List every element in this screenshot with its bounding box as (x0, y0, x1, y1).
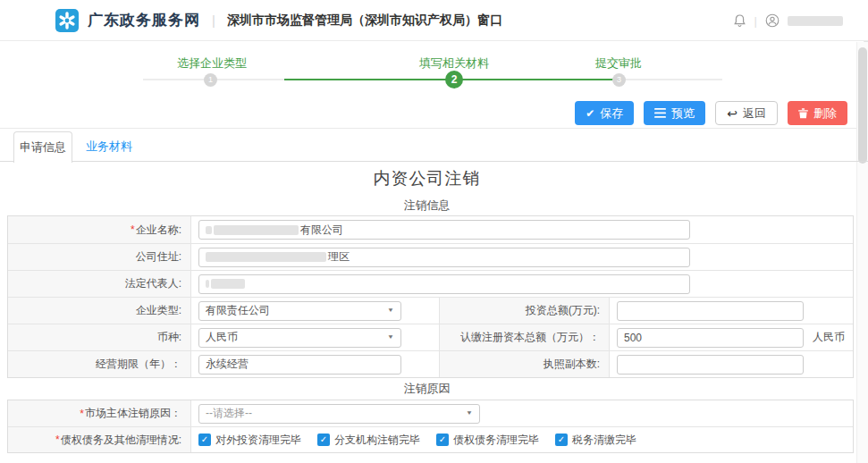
currency-label: 币种: (8, 324, 191, 350)
license-copies-label: 执照副本数: (440, 351, 610, 377)
dropdown-arrow-icon: ▼ (466, 410, 473, 417)
table-row: 企业类型: 有限责任公司 ▼ 投资总额(万元): (8, 297, 853, 324)
company-address-label: 公司住址: (8, 244, 191, 270)
cleanup-checkbox-group: ✓ 对外投资清理完毕 ✓ 分支机构注销完毕 ✓ 债权债务清理完毕 ✓ 税务清缴完… (198, 433, 636, 448)
company-type-select[interactable]: 有限责任公司 ▼ (198, 301, 401, 321)
table-row: 公司住址: 理区 (8, 243, 853, 270)
step-circle-3: 3 (612, 73, 626, 87)
step-label-1[interactable]: 选择企业类型 (140, 55, 283, 72)
table-row: 法定代表人: (8, 270, 853, 297)
table-row: 经营期限（年）： 执照副本数: (8, 350, 853, 377)
bell-icon[interactable] (733, 13, 746, 28)
section-title-reason: 注销原因 (0, 381, 854, 397)
company-name-input[interactable]: 有限公司 (198, 220, 690, 240)
toolbar-divider (0, 128, 868, 129)
back-arrow-icon: ↩ (727, 107, 737, 120)
tab-application-info[interactable]: 申请信息 (13, 131, 72, 163)
checkbox-check-icon: ✓ (436, 434, 449, 446)
step-label-3: 提交审批 (547, 55, 690, 72)
required-asterisk: * (55, 434, 60, 446)
header-pipe: | (754, 14, 757, 28)
username-redacted[interactable] (788, 16, 843, 26)
checkbox-branch-deregistered[interactable]: ✓ 分支机构注销完毕 (317, 433, 420, 448)
checkbox-foreign-investment[interactable]: ✓ 对外投资清理完毕 (198, 433, 301, 448)
legal-rep-label: 法定代表人: (8, 271, 191, 297)
progress-stepper: 选择企业类型 填写相关材料 提交审批 1 2 3 (0, 50, 868, 95)
action-toolbar: ✔ 保存 预览 ↩ 返回 删除 (575, 101, 847, 125)
scrollbar-thumb[interactable] (858, 47, 867, 164)
company-address-input[interactable]: 理区 (198, 248, 690, 267)
window-office-title: 深圳市市场监督管理局（深圳市知识产权局）窗口 (227, 13, 502, 29)
investment-total-label: 投资总额(万元): (440, 298, 610, 324)
company-type-label: 企业类型: (8, 298, 191, 324)
list-icon (654, 108, 666, 118)
step-circle-1[interactable]: 1 (204, 73, 217, 87)
checkbox-check-icon: ✓ (198, 434, 211, 446)
check-icon: ✔ (586, 108, 594, 119)
business-term-input[interactable] (198, 355, 401, 375)
back-button[interactable]: ↩ 返回 (715, 101, 778, 125)
step-label-2: 填写相关材料 (383, 55, 526, 72)
cleanup-status-label: * 债权债务及其他清理情况: (8, 427, 191, 452)
page-title: 内资公司注销 (0, 167, 854, 190)
checkbox-tax-settled[interactable]: ✓ 税务清缴完毕 (555, 433, 636, 448)
cancel-reason-label: * 市场主体注销原因： (8, 400, 191, 426)
save-button[interactable]: ✔ 保存 (575, 101, 634, 125)
checkbox-check-icon: ✓ (317, 434, 330, 446)
investment-total-input[interactable] (617, 301, 804, 321)
cancel-reason-select[interactable]: --请选择-- ▼ (198, 404, 480, 424)
deregistration-reason-table: * 市场主体注销原因： --请选择-- ▼ * 债权债务及其他清理情况: ✓ 对… (7, 400, 854, 453)
license-copies-input[interactable] (617, 355, 804, 375)
required-asterisk: * (131, 223, 135, 236)
table-row: * 企业名称: 有限公司 (8, 216, 853, 243)
delete-button[interactable]: 删除 (788, 101, 847, 125)
table-row: 币种: 人民币 ▼ 认缴注册资本总额（万元）： 人民币 (8, 324, 853, 350)
table-row: * 债权债务及其他清理情况: ✓ 对外投资清理完毕 ✓ 分支机构注销完毕 ✓ 债… (8, 426, 853, 452)
business-term-label: 经营期限（年）： (8, 351, 191, 377)
registered-capital-input[interactable] (617, 328, 804, 348)
preview-button[interactable]: 预览 (644, 101, 705, 125)
dropdown-arrow-icon: ▼ (387, 334, 394, 341)
capital-currency-suffix: 人民币 (813, 330, 845, 345)
checkbox-check-icon: ✓ (555, 434, 568, 446)
section-title-info: 注销信息 (0, 198, 854, 214)
gov-portal-logo-icon (55, 9, 79, 32)
deregistration-info-table: * 企业名称: 有限公司 公司住址: 理区 法定代表人: (7, 215, 854, 378)
dropdown-arrow-icon: ▼ (387, 307, 394, 314)
currency-select[interactable]: 人民币 ▼ (198, 328, 401, 348)
step-circle-2: 2 (445, 71, 463, 88)
brand-title: 广东政务服务网 (88, 10, 200, 30)
registered-capital-label: 认缴注册资本总额（万元）： (440, 324, 610, 350)
checkbox-debt-cleared[interactable]: ✓ 债权债务清理完毕 (436, 433, 539, 448)
company-name-label: * 企业名称: (8, 216, 191, 243)
required-asterisk: * (80, 408, 84, 420)
user-avatar-icon[interactable] (765, 13, 780, 28)
legal-rep-input[interactable] (198, 274, 690, 294)
vertical-scrollbar[interactable] (856, 42, 868, 463)
table-row: * 市场主体注销原因： --请选择-- ▼ (8, 400, 853, 426)
trash-icon (798, 108, 808, 119)
header-divider: | (212, 13, 215, 28)
tab-business-materials[interactable]: 业务材料 (72, 131, 146, 162)
app-header: 广东政务服务网 | 深圳市市场监督管理局（深圳市知识产权局）窗口 | (0, 0, 868, 41)
